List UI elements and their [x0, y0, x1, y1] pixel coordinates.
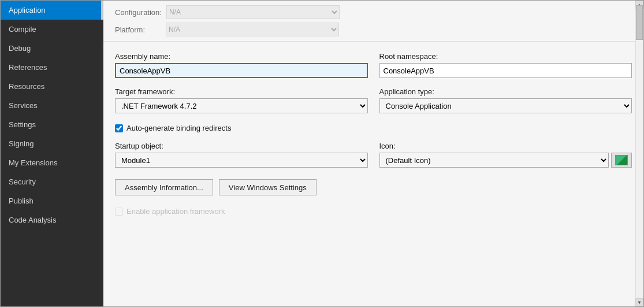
icon-row: (Default Icon) (None): [379, 153, 632, 168]
application-type-group: Application type: Console Application Wi…: [379, 87, 632, 113]
scroll-thumb[interactable]: [636, 5, 643, 40]
assembly-root-row: Assembly name: Root namespace:: [115, 52, 632, 78]
icon-dropdown-wrap: (Default Icon) (None): [379, 153, 609, 168]
button-row: Assembly Information... View Windows Set…: [115, 179, 632, 195]
sidebar-item-signing[interactable]: Signing: [1, 134, 103, 153]
application-type-dropdown-wrap: Console Application Windows Forms Applic…: [379, 98, 632, 113]
icon-select[interactable]: (Default Icon) (None): [379, 153, 609, 168]
configuration-row: Configuration: N/A: [115, 5, 632, 19]
assembly-name-group: Assembly name:: [115, 52, 368, 78]
target-framework-group: Target framework: .NET Framework 4.7.2 .…: [115, 87, 368, 113]
sidebar: Application Compile Debug References Res…: [1, 1, 103, 306]
sidebar-item-settings[interactable]: Settings: [1, 115, 103, 134]
top-bar: Configuration: N/A Platform: N/A: [103, 1, 643, 42]
auto-binding-checkbox[interactable]: [115, 124, 123, 132]
scroll-down-button[interactable]: ▼: [635, 298, 643, 306]
platform-select[interactable]: N/A: [166, 23, 339, 36]
configuration-select[interactable]: N/A: [166, 5, 340, 19]
sidebar-item-code-analysis[interactable]: Code Analysis: [1, 210, 103, 230]
startup-object-label: Startup object:: [115, 142, 368, 150]
enable-framework-label: Enable application framework: [126, 207, 225, 216]
sidebar-item-services[interactable]: Services: [1, 96, 103, 115]
framework-apptype-row: Target framework: .NET Framework 4.7.2 .…: [115, 87, 632, 113]
assembly-name-input[interactable]: [115, 63, 368, 78]
enable-framework-row: Enable application framework: [115, 207, 632, 216]
startup-object-group: Startup object: Module1 (Not set): [115, 142, 368, 168]
icon-preview: [611, 153, 632, 168]
target-framework-select[interactable]: .NET Framework 4.7.2 .NET Framework 4.8 …: [115, 98, 368, 113]
icon-label: Icon:: [379, 142, 632, 150]
sidebar-item-compile[interactable]: Compile: [1, 20, 103, 39]
platform-label: Platform:: [115, 25, 161, 34]
sidebar-item-resources[interactable]: Resources: [1, 77, 103, 96]
auto-binding-row: Auto-generate binding redirects: [115, 124, 632, 132]
sidebar-item-my-extensions[interactable]: My Extensions: [1, 153, 103, 172]
target-framework-label: Target framework:: [115, 87, 368, 96]
sidebar-item-debug[interactable]: Debug: [1, 39, 103, 58]
sidebar-item-publish[interactable]: Publish: [1, 191, 103, 210]
scroll-track: ▲ ▼: [635, 1, 643, 306]
icon-group: Icon: (Default Icon) (None): [379, 142, 632, 168]
root-namespace-group: Root namespace:: [379, 52, 632, 78]
sidebar-item-security[interactable]: Security: [1, 172, 103, 191]
sidebar-item-references[interactable]: References: [1, 58, 103, 77]
icon-preview-image: [615, 155, 628, 165]
assembly-name-label: Assembly name:: [115, 52, 368, 61]
startup-object-select[interactable]: Module1 (Not set): [115, 153, 368, 168]
startup-object-dropdown-wrap: Module1 (Not set): [115, 153, 368, 168]
startup-icon-row: Startup object: Module1 (Not set) Icon: …: [115, 142, 632, 168]
sidebar-item-application[interactable]: Application: [1, 1, 103, 20]
main-panel: Configuration: N/A Platform: N/A Assembl…: [103, 1, 643, 306]
auto-binding-label: Auto-generate binding redirects: [126, 124, 231, 132]
content-area: Assembly name: Root namespace: Target fr…: [103, 42, 643, 306]
assembly-info-button[interactable]: Assembly Information...: [115, 179, 213, 195]
application-type-select[interactable]: Console Application Windows Forms Applic…: [379, 98, 632, 113]
root-namespace-label: Root namespace:: [379, 52, 632, 61]
application-type-label: Application type:: [379, 87, 632, 96]
enable-framework-checkbox[interactable]: [115, 208, 123, 216]
target-framework-dropdown-wrap: .NET Framework 4.7.2 .NET Framework 4.8 …: [115, 98, 368, 113]
platform-row: Platform: N/A: [115, 23, 632, 36]
view-windows-settings-button[interactable]: View Windows Settings: [219, 179, 317, 195]
root-namespace-input[interactable]: [379, 63, 632, 78]
configuration-label: Configuration:: [115, 8, 162, 17]
